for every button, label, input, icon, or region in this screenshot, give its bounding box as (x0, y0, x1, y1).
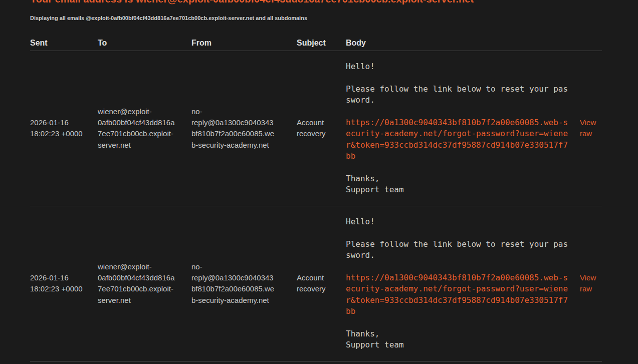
body-text-before: Hello! Please follow the link below to r… (346, 217, 568, 260)
sent-cell: 2026-01-16 18:02:23 +0000 (30, 206, 98, 361)
to-cell: wiener@exploit-0afb00bf04cf43dd816a7ee70… (98, 51, 191, 206)
displaying-emails-note: Displaying all emails @exploit-0afb00bf0… (30, 15, 602, 22)
view-raw-link[interactable]: View raw (580, 273, 596, 293)
column-header-sent: Sent (30, 22, 98, 51)
password-reset-link[interactable]: https://0a1300c9040343bf810b7f2a00e60085… (346, 273, 568, 316)
body-text-before: Hello! Please follow the link below to r… (346, 62, 568, 105)
body-text-after: Thanks, Support team (346, 329, 404, 349)
email-client-page: Your email address is wiener@exploit-0af… (0, 0, 602, 361)
from-cell: no-reply@0a1300c9040343bf810b7f2a00e6008… (191, 206, 297, 361)
table-header-row: Sent To From Subject Body (30, 22, 602, 51)
sent-cell: 2026-01-16 18:02:23 +0000 (30, 51, 98, 206)
body-cell: Hello! Please follow the link below to r… (346, 51, 580, 206)
email-table: Sent To From Subject Body 2026-01-16 18:… (30, 22, 602, 361)
body-text-after: Thanks, Support team (346, 174, 404, 194)
view-raw-cell: View raw (580, 206, 602, 361)
view-raw-cell: View raw (580, 51, 602, 206)
column-header-subject: Subject (297, 22, 346, 51)
subject-cell: Account recovery (297, 206, 346, 361)
view-raw-link[interactable]: View raw (580, 118, 596, 138)
column-header-body: Body (346, 22, 580, 51)
email-row: 2026-01-16 18:02:23 +0000 wiener@exploit… (30, 206, 602, 361)
column-header-to: To (98, 22, 191, 51)
column-header-actions (580, 22, 602, 51)
email-row: 2026-01-16 18:02:23 +0000 wiener@exploit… (30, 51, 602, 206)
password-reset-link[interactable]: https://0a1300c9040343bf810b7f2a00e60085… (346, 118, 568, 161)
column-header-from: From (191, 22, 297, 51)
body-cell: Hello! Please follow the link below to r… (346, 206, 580, 361)
to-cell: wiener@exploit-0afb00bf04cf43dd816a7ee70… (98, 206, 191, 361)
email-address-heading: Your email address is wiener@exploit-0af… (30, 0, 602, 4)
subject-cell: Account recovery (297, 51, 346, 206)
from-cell: no-reply@0a1300c9040343bf810b7f2a00e6008… (191, 51, 297, 206)
